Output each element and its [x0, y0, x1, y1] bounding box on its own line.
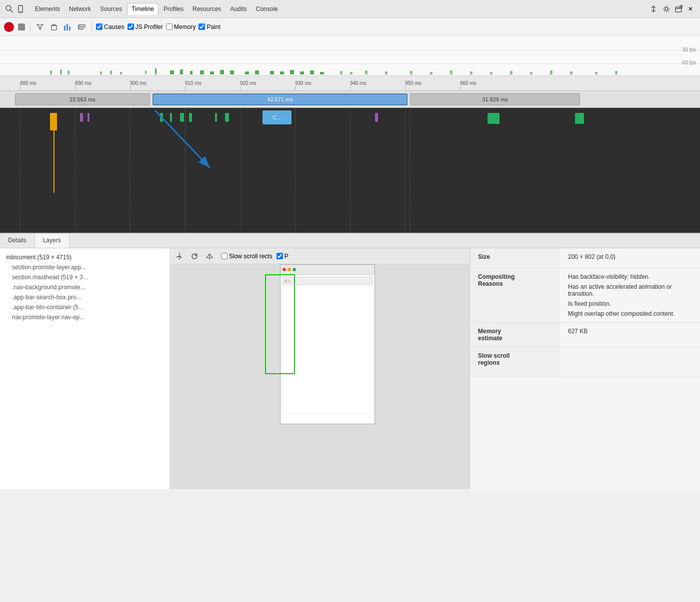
- flame-green-4[interactable]: [189, 113, 192, 122]
- tree-item-1[interactable]: section.promote-layer.app...: [0, 262, 170, 272]
- svg-rect-6: [676, 7, 682, 12]
- stop-button[interactable]: [18, 23, 25, 30]
- fps-bar: [245, 71, 249, 74]
- flame-green-far-2[interactable]: [575, 113, 584, 124]
- tick: [185, 86, 186, 90]
- grid-line: [240, 108, 240, 233]
- fps-bar: [615, 71, 618, 74]
- causes-input[interactable]: [96, 23, 102, 30]
- fps-bar: [180, 69, 183, 74]
- flame-green-2[interactable]: [170, 113, 172, 122]
- fps-bar: [60, 69, 62, 74]
- ruler-label-950: 950 ms: [405, 80, 422, 86]
- memory-checkbox[interactable]: Memory: [166, 23, 196, 30]
- frame-bars: 22.563 ms 42.571 ms 31.929 ms: [0, 91, 700, 108]
- menu-network[interactable]: Network: [65, 3, 95, 14]
- fps-bar: [120, 72, 122, 74]
- search-icon[interactable]: [5, 4, 14, 13]
- fps-bar: [350, 72, 352, 74]
- layers-tree: #document (519 × 4715) section.promote-l…: [0, 248, 170, 489]
- grid-line: [130, 108, 130, 233]
- svg-rect-9: [52, 25, 56, 30]
- panel-tabs: Details Layers: [0, 234, 700, 248]
- tree-item-5[interactable]: .app-bar-btn-container (5...: [0, 302, 170, 312]
- fps-60-label: 60 fps: [682, 60, 696, 65]
- filter-icon[interactable]: [36, 22, 44, 31]
- fps-30-line: [0, 50, 700, 50]
- timeline-ruler: 880 ms 890 ms 900 ms 910 ms 920 ms 930 m…: [0, 76, 700, 91]
- compositing-reason-3: Is fixed position.: [568, 300, 692, 307]
- flame-purple-3[interactable]: [375, 113, 378, 122]
- fps-bar: [410, 71, 412, 74]
- flame-purple-2[interactable]: [88, 113, 90, 122]
- memory-label: Memory: [174, 23, 196, 30]
- frame-bar-1[interactable]: 22.563 ms: [15, 93, 150, 105]
- menu-console[interactable]: Console: [252, 3, 282, 14]
- info-memory-row: Memory estimate 627 KB: [470, 323, 700, 347]
- fps-bar: [290, 70, 294, 74]
- bottom-panel: Details Layers #document (519 × 4715) se…: [0, 233, 700, 489]
- tab-details[interactable]: Details: [0, 234, 35, 248]
- slow-scroll-checkbox[interactable]: Slow scroll rects: [221, 253, 272, 260]
- flame-green-1[interactable]: [160, 113, 163, 122]
- layer-green-outline: [265, 274, 295, 374]
- js-profiler-input[interactable]: [128, 23, 134, 30]
- tab-layers[interactable]: Layers: [35, 234, 70, 248]
- menu-resources[interactable]: Resources: [188, 3, 225, 14]
- causes-checkbox[interactable]: Causes: [96, 23, 124, 30]
- record-button[interactable]: [4, 22, 14, 32]
- undock-icon[interactable]: [674, 4, 683, 13]
- flame-composite[interactable]: C...: [262, 110, 292, 124]
- js-profiler-checkbox[interactable]: JS Profiler: [128, 23, 163, 30]
- fps-bar: [310, 70, 314, 74]
- menu-elements[interactable]: Elements: [31, 3, 64, 14]
- tree-item-4[interactable]: .app-bar-search-box.pro...: [0, 292, 170, 302]
- tree-item-2[interactable]: section.masthead (519 × 3...: [0, 272, 170, 282]
- canvas-viewport: ≡ 1: [170, 264, 470, 489]
- fps-bar: [450, 70, 452, 74]
- flame-green-6[interactable]: [225, 113, 229, 122]
- tree-item-6[interactable]: nav.promote-layer.nav-op...: [0, 312, 170, 322]
- bar-chart-icon[interactable]: [64, 22, 72, 31]
- menu-profiles[interactable]: Profiles: [160, 3, 188, 14]
- fps-bar: [145, 70, 146, 74]
- p-input[interactable]: [276, 253, 283, 259]
- memory-input[interactable]: [166, 23, 172, 30]
- menu-sources[interactable]: Sources: [96, 3, 126, 14]
- slow-scroll-input[interactable]: [221, 253, 228, 259]
- p-checkbox[interactable]: P: [276, 253, 288, 260]
- trash-icon[interactable]: [50, 22, 58, 31]
- menu-audits[interactable]: Audits: [226, 3, 250, 14]
- tick: [350, 86, 350, 90]
- frame-bar-3[interactable]: 31.929 ms: [410, 93, 580, 105]
- flame-chart: C...: [0, 108, 700, 233]
- tree-item-document[interactable]: #document (519 × 4715): [0, 252, 170, 262]
- tree-item-3[interactable]: .nav-background.promote...: [0, 282, 170, 292]
- paint-input[interactable]: [198, 23, 205, 30]
- flame-green-far[interactable]: [488, 113, 500, 124]
- svg-rect-11: [64, 25, 66, 30]
- settings-icon[interactable]: [662, 4, 671, 13]
- paint-checkbox[interactable]: Paint: [198, 23, 220, 30]
- flame-purple-1[interactable]: [80, 113, 83, 122]
- close-icon[interactable]: ✕: [686, 4, 695, 13]
- canvas-toolbar: Slow scroll rects P: [170, 248, 470, 264]
- layers-info: Size 200 × 802 (at 0,0) Compositing Reas…: [470, 248, 700, 489]
- fps-bar: [155, 68, 156, 74]
- expand-icon[interactable]: [650, 4, 659, 13]
- 3d-icon[interactable]: [204, 251, 215, 262]
- flame-green-5[interactable]: [215, 113, 217, 122]
- frame-bar-2[interactable]: 42.571 ms: [152, 93, 408, 105]
- menu-timeline[interactable]: Timeline: [127, 3, 158, 15]
- mobile-icon[interactable]: [16, 4, 25, 13]
- grid-line: [405, 108, 406, 233]
- flame-chart-icon[interactable]: [78, 22, 86, 31]
- flame-green-3[interactable]: [180, 113, 184, 122]
- rotate-icon[interactable]: [189, 251, 200, 262]
- fps-60-line: [0, 63, 700, 64]
- fps-bar: [550, 70, 552, 74]
- fps-bar: [100, 71, 102, 74]
- fps-bar: [170, 70, 174, 74]
- menu-icons: [4, 4, 26, 13]
- pan-icon[interactable]: [174, 251, 185, 262]
